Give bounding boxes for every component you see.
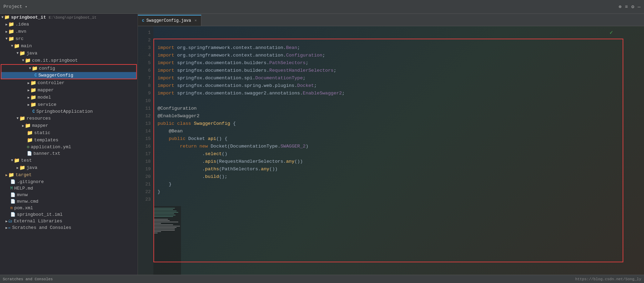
sidebar-item-com[interactable]: ▼ 📁 com.it.springboot	[0, 57, 138, 64]
code-line-8: import springfox.documentation.spring.we…	[158, 82, 640, 90]
editor-area: ✓ C SwaggerConfig.java × 1 2 3 4 5 6 7 8…	[138, 14, 644, 275]
sidebar-item-label: controller	[38, 80, 64, 85]
collapse-arrow: ▼	[17, 51, 19, 55]
code-wrapper: import org.springframework.context.annot…	[153, 26, 644, 275]
folder-icon: 📁	[19, 115, 25, 121]
collapse-arrow: ▶	[6, 22, 8, 27]
sidebar-item-swaggerconfig[interactable]: C SwaggerConfig	[1, 72, 136, 79]
svg-rect-10	[154, 223, 161, 224]
sidebar-item-label: mapper	[32, 123, 48, 128]
sidebar-item-label: pom.xml	[14, 205, 33, 211]
project-label: Project	[3, 4, 22, 9]
collapse-arrow: ▼	[11, 159, 13, 162]
sidebar-item-idea[interactable]: ▶ 📁 .idea	[0, 21, 138, 28]
svg-rect-13	[154, 227, 177, 228]
minimize-icon[interactable]: —	[638, 4, 641, 10]
sidebar-item-label: com.it.springboot	[32, 58, 78, 63]
sidebar-item-resources-mapper[interactable]: ▶ 📁 mapper	[0, 122, 138, 129]
sidebar-item-mvnwcmd[interactable]: 📄 mvnw.cmd	[0, 198, 138, 205]
project-name: springboot_it E:\Song\springboot_it	[11, 15, 97, 20]
bottom-bar: Scratches and Consoles https://blog.csdn…	[0, 275, 644, 283]
folder-icon: 📁	[8, 29, 14, 34]
sidebar-item-extlibs[interactable]: ▶ 🗂 External Libraries	[0, 218, 138, 224]
yaml-file-icon: ⚙	[27, 144, 29, 150]
svg-rect-7	[154, 219, 168, 220]
collapse-arrow: ▶	[28, 81, 30, 85]
java-file-icon: C	[32, 109, 35, 114]
sidebar-item-label: test	[21, 158, 32, 163]
scratches-consoles-label[interactable]: Scratches and Consoles	[3, 277, 53, 281]
checkmark-icon: ✓	[610, 29, 613, 36]
project-root[interactable]: ▼ 📁 springboot_it E:\Song\springboot_it	[0, 14, 138, 21]
sidebar-item-static[interactable]: 📁 static	[0, 129, 138, 137]
svg-rect-3	[154, 212, 178, 213]
svg-rect-8	[154, 220, 170, 221]
url-link[interactable]: https://blog.csdn.net/Song_ly	[575, 277, 641, 281]
folder-icon: 📁	[25, 123, 31, 129]
sidebar-item-helpmd[interactable]: M HELP.md	[0, 185, 138, 192]
code-line-19: .paths(PathSelectors.any())	[158, 165, 640, 173]
sidebar-item-test[interactable]: ▼ 📁 test	[0, 157, 138, 164]
sidebar-item-templates[interactable]: 📁 templates	[0, 137, 138, 144]
tab-java-icon: C	[142, 19, 144, 23]
editor-tab-swaggerconfig[interactable]: C SwaggerConfig.java ×	[138, 15, 201, 26]
collapse-arrow: ▼	[6, 37, 8, 41]
tab-close-icon[interactable]: ×	[194, 19, 197, 23]
sidebar-item-scratches[interactable]: ▶ ✏ Scratches and Consoles	[0, 224, 138, 231]
layout-icon[interactable]: ≡	[625, 4, 628, 10]
folder-icon: 📁	[27, 130, 33, 136]
sidebar-item-label: java	[27, 165, 37, 170]
sidebar-item-banner[interactable]: 📄 banner.txt	[0, 150, 138, 157]
settings-icon[interactable]: ⚙	[631, 4, 634, 10]
svg-rect-12	[154, 226, 180, 226]
sidebar-item-service[interactable]: ▶ 📁 service	[0, 101, 138, 108]
extlibs-icon: 🗂	[8, 219, 12, 224]
sidebar-item-label: Scratches and Consoles	[12, 225, 71, 230]
svg-rect-2	[154, 211, 177, 211]
sidebar-item-label: mapper	[38, 88, 54, 93]
code-line-7: import springfox.documentation.spi.Docum…	[158, 74, 640, 82]
sidebar-item-iml[interactable]: 📄 springboot_it.iml	[0, 211, 138, 218]
code-line-11: @Configuration	[158, 105, 640, 112]
sidebar-item-label: templates	[34, 138, 58, 143]
sidebar-item-java[interactable]: ▼ 📁 java	[0, 50, 138, 57]
file-icon: 📄	[10, 199, 16, 204]
sidebar-item-src[interactable]: ▼ 📁 src	[0, 35, 138, 42]
svg-rect-1	[154, 209, 173, 210]
svg-rect-5	[154, 215, 175, 215]
sidebar-item-label: application.yml	[31, 144, 71, 150]
code-area[interactable]: import org.springframework.context.annot…	[153, 26, 644, 206]
sidebar-item-label: .gitignore	[17, 179, 44, 184]
collapse-arrow: ▶	[6, 219, 8, 223]
sidebar-item-label: SpringbootApplication	[36, 109, 93, 114]
sidebar-item-pomxml[interactable]: m pom.xml	[0, 205, 138, 211]
folder-icon: 📁	[8, 36, 14, 42]
sidebar-item-mapper[interactable]: ▶ 📁 mapper	[0, 87, 138, 94]
sidebar-item-resources[interactable]: ▼ 📁 resources	[0, 115, 138, 122]
java-file-icon: C	[34, 73, 37, 78]
folder-icon: 📁	[30, 80, 36, 86]
code-line-1	[158, 29, 640, 37]
sidebar-item-springbootapp[interactable]: C SpringbootApplication	[0, 108, 138, 115]
sidebar-item-label: model	[38, 95, 51, 100]
sidebar-item-main[interactable]: ▼ 📁 main	[0, 42, 138, 50]
sidebar-item-appyml[interactable]: ⚙ application.yml	[0, 144, 138, 150]
sidebar-item-mvn[interactable]: ▶ 📁 .mvn	[0, 28, 138, 35]
add-icon[interactable]: ⊕	[618, 4, 621, 10]
code-line-4: import org.springframework.context.annot…	[158, 52, 640, 59]
folder-icon: 📁	[25, 58, 31, 63]
collapse-arrow: ▶	[6, 173, 8, 177]
sidebar-item-controller[interactable]: ▶ 📁 controller	[0, 79, 138, 87]
project-dropdown-icon[interactable]: ▾	[25, 4, 28, 9]
svg-rect-6	[154, 216, 173, 217]
sidebar-item-mvnw[interactable]: 📄 mvnw	[0, 192, 138, 198]
line-numbers: 1 2 3 4 5 6 7 8 9 10 11 12 13 14 15 16 1…	[138, 26, 153, 275]
sidebar-item-config[interactable]: ▼ 📁 config	[1, 65, 136, 72]
sidebar-item-test-java[interactable]: ▶ 📁 java	[0, 164, 138, 171]
sidebar-item-target[interactable]: ▶ 📁 target	[0, 171, 138, 179]
code-line-10	[158, 97, 640, 105]
sidebar-item-model[interactable]: ▶ 📁 model	[0, 94, 138, 101]
tab-label: SwaggerConfig.java	[147, 18, 191, 23]
sidebar-item-gitignore[interactable]: 📄 .gitignore	[0, 179, 138, 185]
sidebar-item-label: banner.txt	[33, 151, 60, 156]
